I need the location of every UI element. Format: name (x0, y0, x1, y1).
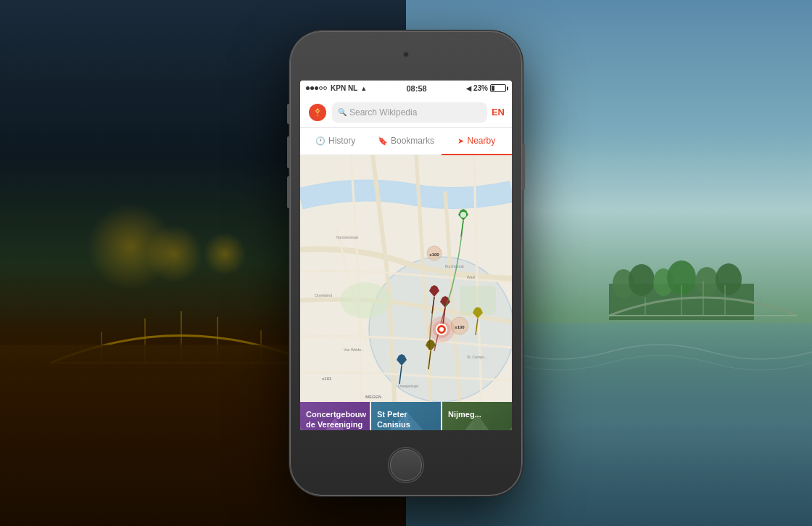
svg-text:St. Campu...: St. Campu... (467, 355, 487, 359)
front-camera (403, 52, 409, 57)
search-icon: 🔍 (338, 108, 347, 116)
tab-bookmarks-label: Bookmarks (391, 136, 434, 146)
bookmark-icon: 🔖 (378, 136, 388, 146)
phone-device: KPN NL ▲ 08:58 ◀ 23% (290, 31, 522, 496)
card-3-content: Nijmeg... 617 m (442, 402, 512, 430)
battery-icon (490, 84, 506, 92)
nearby-card-3[interactable]: Nijmeg... 617 m (441, 402, 512, 430)
svg-text:s100: s100 (455, 325, 465, 329)
svg-text:Oranjesingel: Oranjesingel (398, 384, 418, 388)
nearby-cards: Concertgebouw de Vereeniging 558 m (300, 402, 512, 430)
search-placeholder: Search Wikipedia (349, 107, 417, 118)
tab-bookmarks[interactable]: 🔖 Bookmarks (370, 128, 441, 155)
battery-percent: 23% (473, 84, 488, 92)
signal-dot-4 (319, 86, 323, 90)
tab-history[interactable]: 🕐 History (300, 128, 370, 155)
nearby-card-2[interactable]: St Peter Canisius Church, Nijm... 281 m (370, 402, 441, 430)
svg-text:MEGEN: MEGEN (365, 395, 381, 399)
language-selector[interactable]: EN (492, 107, 505, 118)
tab-nearby[interactable]: ➤ Nearby (442, 128, 512, 155)
status-time: 08:58 (407, 84, 427, 93)
mute-button (287, 104, 290, 124)
svg-text:Waal: Waal (467, 275, 475, 279)
svg-text:Ooyeldend: Ooyeldend (315, 293, 332, 297)
phone-screen: KPN NL ▲ 08:58 ◀ 23% (300, 81, 512, 430)
svg-point-22 (340, 282, 391, 319)
nearby-icon: ➤ (457, 136, 464, 146)
signal-dot-3 (315, 86, 318, 90)
signal-dot-5 (323, 86, 327, 90)
location-icon: ◀ (466, 85, 471, 92)
svg-text:Nonnenstraat: Nonnenstraat (336, 235, 359, 239)
app-header: 🔍 Search Wikipedia EN (300, 96, 512, 128)
signal-bars (306, 86, 327, 90)
tab-history-label: History (328, 136, 355, 146)
svg-text:s101: s101 (322, 377, 332, 381)
phone-body: KPN NL ▲ 08:58 ◀ 23% (290, 31, 522, 496)
wifi-icon: ▲ (360, 85, 367, 92)
card-2-content: St Peter Canisius Church, Nijm... 281 m (371, 402, 441, 430)
carrier-name: KPN NL (331, 84, 357, 92)
card-1-content: Concertgebouw de Vereeniging 558 m (300, 402, 370, 430)
map-svg: s100 s100 (300, 155, 512, 402)
status-left: KPN NL ▲ (306, 84, 367, 92)
status-right: ◀ 23% (466, 84, 506, 92)
svg-text:Burchstraat: Burchstraat (445, 264, 464, 268)
signal-dot-1 (306, 86, 310, 90)
app-logo (307, 102, 328, 123)
svg-text:s100: s100 (429, 252, 439, 257)
battery-fill (492, 86, 494, 91)
svg-point-28 (460, 212, 466, 218)
map-area[interactable]: s100 s100 (300, 155, 512, 402)
card-1-title: Concertgebouw de Vereeniging (306, 409, 364, 430)
signal-dot-2 (310, 86, 314, 90)
volume-up-button (287, 136, 290, 168)
tabs-row: 🕐 History 🔖 Bookmarks ➤ Nearby (300, 128, 512, 155)
power-button (522, 144, 525, 190)
svg-text:Van Welde...: Van Welde... (344, 348, 364, 352)
tab-nearby-label: Nearby (467, 136, 495, 146)
status-bar: KPN NL ▲ 08:58 ◀ 23% (300, 81, 512, 96)
home-button[interactable] (390, 449, 422, 481)
card-2-title: St Peter Canisius Church, Nijm... (377, 409, 435, 430)
search-bar[interactable]: 🔍 Search Wikipedia (332, 102, 487, 123)
card-3-title: Nijmeg... (448, 409, 506, 419)
volume-down-button (287, 176, 290, 208)
svg-point-32 (439, 327, 444, 332)
history-icon: 🕐 (315, 136, 326, 146)
nearby-card-1[interactable]: Concertgebouw de Vereeniging 558 m (300, 402, 370, 430)
